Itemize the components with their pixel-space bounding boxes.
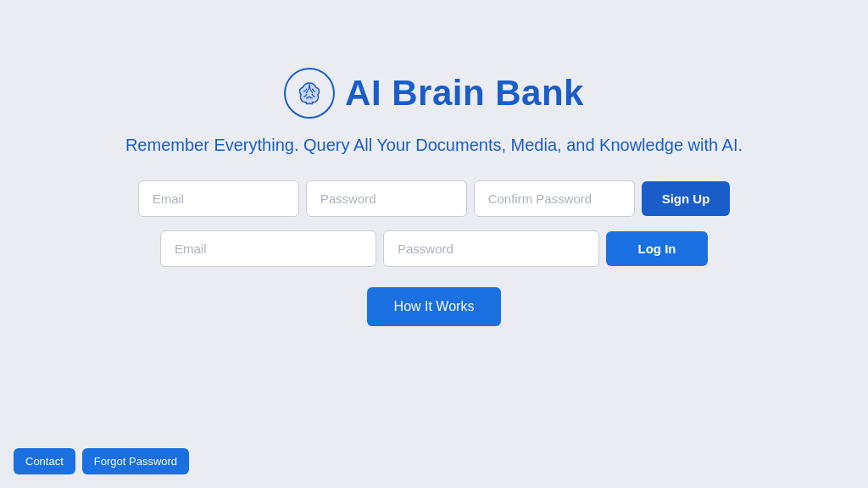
login-password-input[interactable]	[383, 230, 599, 267]
signup-confirm-password-input[interactable]	[474, 180, 635, 217]
app-title: AI Brain Bank	[345, 73, 584, 114]
tagline: Remember Everything. Query All Your Docu…	[108, 136, 760, 155]
signup-password-input[interactable]	[306, 180, 467, 217]
contact-button[interactable]: Contact	[14, 448, 75, 474]
login-form: Log In	[160, 230, 708, 267]
logo-row: AI Brain Bank	[284, 68, 584, 119]
signup-email-input[interactable]	[138, 180, 299, 217]
login-button[interactable]: Log In	[606, 231, 708, 266]
brain-icon	[284, 68, 335, 119]
signup-button[interactable]: Sign Up	[642, 181, 731, 216]
main-content: AI Brain Bank Remember Everything. Query…	[0, 0, 868, 326]
signup-form: Sign Up	[138, 180, 731, 217]
login-email-input[interactable]	[160, 230, 376, 267]
forgot-password-button[interactable]: Forgot Password	[82, 448, 189, 474]
how-it-works-button[interactable]: How It Works	[367, 287, 502, 326]
bottom-buttons: Contact Forgot Password	[14, 448, 189, 474]
